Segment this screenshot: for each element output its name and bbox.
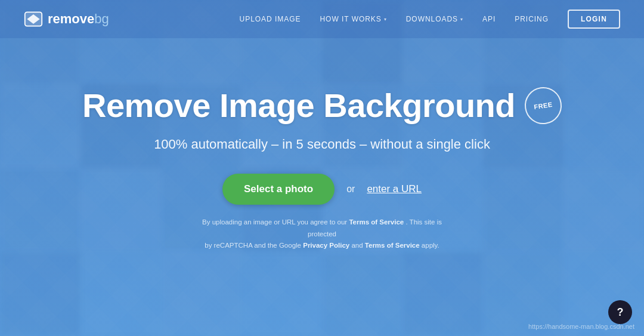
how-caret-icon: ▾ bbox=[384, 17, 387, 22]
hero-subtitle: 100% automatically – in 5 seconds – with… bbox=[154, 137, 490, 152]
hero-title: Remove Image Background bbox=[82, 86, 515, 125]
help-button[interactable]: ? bbox=[608, 300, 632, 324]
nav-api[interactable]: API bbox=[482, 15, 496, 23]
terms-of-service-link-2[interactable]: Terms of Service bbox=[365, 242, 420, 249]
downloads-caret-icon: ▾ bbox=[460, 17, 463, 22]
free-badge: FREE bbox=[522, 84, 564, 126]
enter-url-link[interactable]: enter a URL bbox=[367, 183, 422, 195]
login-button[interactable]: LOGIN bbox=[568, 10, 620, 29]
cta-row: Select a photo or enter a URL bbox=[222, 174, 422, 205]
terms-of-service-link-1[interactable]: Terms of Service bbox=[349, 218, 404, 226]
navbar: removebg UPLOAD IMAGE HOW IT WORKS ▾ DOW… bbox=[0, 0, 644, 38]
logo-text: removebg bbox=[48, 11, 109, 27]
nav-pricing[interactable]: PRICING bbox=[515, 15, 549, 23]
nav-upload[interactable]: UPLOAD IMAGE bbox=[240, 15, 301, 23]
nav-links: UPLOAD IMAGE HOW IT WORKS ▾ DOWNLOADS ▾ … bbox=[240, 10, 620, 29]
hero-title-wrap: Remove Image Background FREE bbox=[82, 86, 562, 125]
or-text: or bbox=[346, 184, 355, 195]
logo[interactable]: removebg bbox=[24, 11, 109, 27]
nav-how-it-works[interactable]: HOW IT WORKS ▾ bbox=[320, 15, 386, 23]
terms-text: By uploading an image or URL you agree t… bbox=[197, 217, 447, 252]
logo-icon bbox=[24, 11, 43, 27]
hero-section: Remove Image Background FREE 100% automa… bbox=[0, 38, 644, 252]
nav-downloads[interactable]: DOWNLOADS ▾ bbox=[406, 15, 463, 23]
privacy-policy-link[interactable]: Privacy Policy bbox=[303, 242, 349, 249]
select-photo-button[interactable]: Select a photo bbox=[222, 174, 335, 205]
